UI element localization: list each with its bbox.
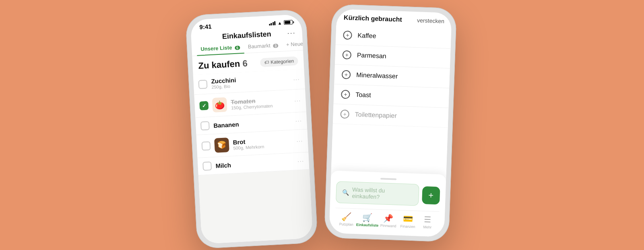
item-more-icon[interactable]: ··· xyxy=(294,97,301,105)
checkbox-milch[interactable] xyxy=(202,161,212,171)
signal-icon xyxy=(269,21,276,25)
add-icon[interactable]: + xyxy=(343,31,352,40)
add-icon[interactable]: + xyxy=(341,90,350,99)
tab-neue-liste[interactable]: + Neue Liste xyxy=(282,37,313,51)
nav-label: Mehr xyxy=(423,225,431,229)
einkaufsliste-icon: 🛒 xyxy=(362,212,373,223)
nav-putzplan[interactable]: 🧹 Putzplan xyxy=(336,212,357,227)
tab-baumarkt[interactable]: Baumarkt 3 xyxy=(244,39,283,53)
nav-label: Finanzen xyxy=(400,224,415,229)
checkbox-bananen[interactable] xyxy=(200,121,210,130)
status-icons: ▲ xyxy=(269,20,293,26)
item-thumbnail-tomaten: 🍅 xyxy=(212,97,227,112)
item-info-milch: Milch xyxy=(215,158,293,169)
add-icon[interactable]: + xyxy=(342,50,351,60)
recent-list: + Kaffee + Parmesan + Mineralwasser + To… xyxy=(331,25,451,175)
add-icon[interactable]: + xyxy=(340,110,349,119)
phone-1-screen: 9:41 ▲ Einkaufslisten ··· xyxy=(190,14,313,244)
hide-button[interactable]: verstecken xyxy=(417,17,444,24)
checkbox-brot[interactable] xyxy=(201,141,211,150)
item-info-brot: Brot 500g, Mehrkorn xyxy=(233,135,293,150)
recently-title: Kürzlich gebraucht xyxy=(344,14,402,23)
item-info-zucchini: Zucchini 250g, Bio xyxy=(211,74,289,90)
drag-handle xyxy=(380,178,396,180)
list-title-group: Zu kaufen 6 xyxy=(198,58,248,71)
item-more-icon[interactable]: ··· xyxy=(295,117,302,125)
phone-1: 9:41 ▲ Einkaufslisten ··· xyxy=(185,9,318,249)
nav-label: Einkaufsliste xyxy=(356,223,379,227)
recent-item-name: Mineralwasser xyxy=(356,71,398,80)
clock: 9:41 xyxy=(199,23,212,31)
phone-2-screen: Kürzlich gebraucht verstecken + Kaffee +… xyxy=(329,9,452,237)
search-placeholder: Was willst du einkaufen? xyxy=(352,186,413,201)
nav-label: Putzplan xyxy=(339,222,353,227)
item-thumbnail-brot: 🍞 xyxy=(214,138,229,153)
recent-item-name: Parmesan xyxy=(357,52,386,60)
search-bar-container: 🔍 Was willst du einkaufen? + 🧹 Putzplan … xyxy=(329,171,446,237)
finanzen-icon: 💳 xyxy=(403,214,413,224)
recent-item-name: Kaffee xyxy=(357,32,376,40)
item-more-icon[interactable]: ··· xyxy=(297,157,304,165)
nav-label: Pinnwand xyxy=(380,223,396,228)
checkbox-zucchini[interactable] xyxy=(198,79,207,89)
item-more-icon[interactable]: ··· xyxy=(293,75,300,83)
search-icon: 🔍 xyxy=(342,189,349,196)
nav-einkaufsliste[interactable]: 🛒 Einkaufsliste xyxy=(356,212,379,227)
wifi-icon: ▲ xyxy=(277,20,282,25)
search-input-wrap[interactable]: 🔍 Was willst du einkaufen? xyxy=(336,181,419,206)
mehr-icon: ☰ xyxy=(424,215,431,225)
checkbox-tomaten[interactable] xyxy=(199,101,208,110)
search-bar: 🔍 Was willst du einkaufen? + xyxy=(336,181,440,206)
item-info-tomaten: Tomaten 150g, Cherrytomaten xyxy=(231,95,291,110)
nav-mehr[interactable]: ☰ Mehr xyxy=(417,215,438,230)
putzplan-icon: 🧹 xyxy=(341,212,352,222)
more-button[interactable]: ··· xyxy=(287,29,296,38)
item-name: Bananen xyxy=(213,118,291,129)
shopping-list: Zucchini 250g, Bio ··· 🍅 Tomaten 150g, C… xyxy=(193,69,313,244)
nav-pinnwand[interactable]: 📌 Pinnwand xyxy=(378,213,398,228)
add-icon[interactable]: + xyxy=(342,70,351,79)
item-more-icon[interactable]: ··· xyxy=(296,137,303,145)
categories-button[interactable]: 🏷 Kategorien xyxy=(260,56,298,67)
recent-item-name: Toast xyxy=(355,91,371,99)
scene: 9:41 ▲ Einkaufslisten ··· xyxy=(0,0,644,250)
categories-icon: 🏷 xyxy=(264,60,269,66)
battery-icon xyxy=(284,20,293,25)
list-title: Zu kaufen 6 xyxy=(198,58,248,71)
add-item-button[interactable]: + xyxy=(422,186,440,205)
recent-item-name: Toilettenpapier xyxy=(355,111,397,120)
bottom-nav: 🧹 Putzplan 🛒 Einkaufsliste 📌 Pinnwand 💳 … xyxy=(335,208,440,234)
item-name: Milch xyxy=(215,158,293,169)
recent-item-toilettenpapier[interactable]: + Toilettenpapier xyxy=(333,104,449,128)
item-info-bananen: Bananen xyxy=(213,118,291,129)
tab-unsere-liste[interactable]: Unsere Liste 6 xyxy=(196,41,244,56)
nav-finanzen[interactable]: 💳 Finanzen xyxy=(398,214,418,229)
pinnwand-icon: 📌 xyxy=(383,213,394,223)
phone-2: Kürzlich gebraucht verstecken + Kaffee +… xyxy=(324,4,457,242)
